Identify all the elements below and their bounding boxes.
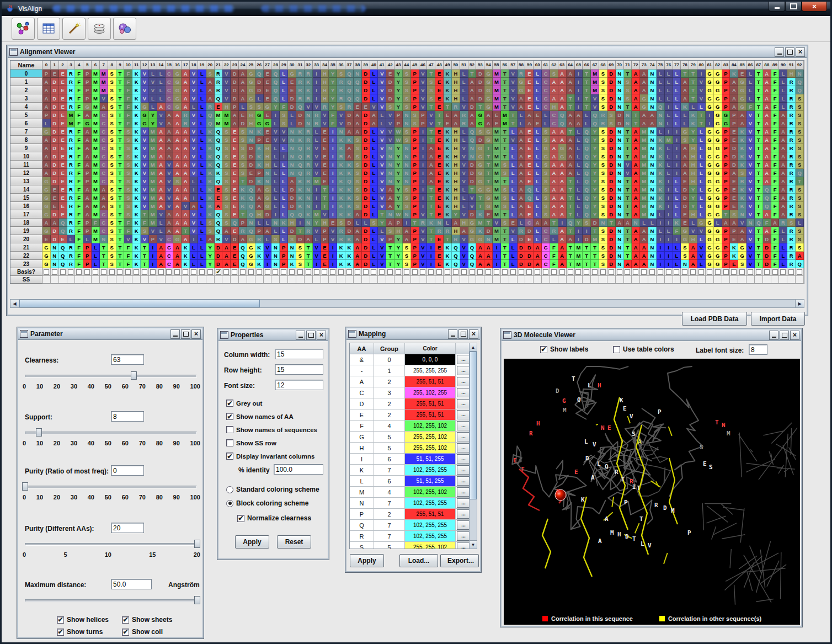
alignment-cell[interactable]: T xyxy=(435,111,444,119)
alignment-cell[interactable]: A xyxy=(763,177,771,185)
basis-checkbox[interactable] xyxy=(313,268,321,276)
alignment-cell[interactable]: R xyxy=(779,219,787,227)
alignment-cell[interactable]: S xyxy=(599,202,607,210)
basis-checkbox[interactable] xyxy=(706,268,714,276)
alignment-cell[interactable]: T xyxy=(468,70,477,78)
color-picker-button[interactable]: ... xyxy=(457,410,471,419)
alignment-cell[interactable]: N xyxy=(648,127,657,136)
alignment-cell[interactable]: A xyxy=(239,70,247,78)
alignment-cell[interactable]: T xyxy=(567,252,575,260)
alignment-cell[interactable]: L xyxy=(280,177,288,185)
alignment-cell[interactable]: L xyxy=(697,177,706,185)
alignment-cell[interactable]: M xyxy=(149,185,157,194)
alignment-cell[interactable]: L xyxy=(673,119,681,127)
alignment-cell[interactable]: A xyxy=(763,119,771,127)
alignment-cell[interactable]: I xyxy=(419,152,428,161)
alignment-cell[interactable]: P xyxy=(722,127,730,136)
alignment-cell[interactable]: A xyxy=(305,235,313,243)
alignment-cell[interactable]: R xyxy=(337,94,345,103)
mapping-aa-cell[interactable]: S xyxy=(350,542,374,549)
alignment-cell[interactable]: A xyxy=(730,169,738,177)
alignment-cell[interactable]: D xyxy=(730,161,738,169)
alignment-cell[interactable]: D xyxy=(51,227,59,235)
alignment-cell[interactable]: V xyxy=(182,202,190,210)
alignment-cell[interactable]: T xyxy=(116,177,125,185)
alignment-cell[interactable]: L xyxy=(575,202,583,210)
alignment-cell[interactable]: Q xyxy=(763,185,771,194)
basis-checkbox[interactable] xyxy=(173,268,182,276)
alignment-cell[interactable]: F xyxy=(329,111,337,119)
alignment-cell[interactable]: A xyxy=(173,169,182,177)
alignment-cell[interactable]: R xyxy=(215,86,223,94)
alignment-cell[interactable]: N xyxy=(288,144,296,152)
alignment-cell[interactable]: E xyxy=(231,152,239,161)
alignment-cell[interactable]: H xyxy=(689,235,697,243)
alignment-cell[interactable]: L xyxy=(271,169,280,177)
alignment-cell[interactable]: D xyxy=(763,235,771,243)
alignment-cell[interactable]: L xyxy=(198,70,206,78)
alignment-cell[interactable]: H xyxy=(452,94,460,103)
alignment-cell[interactable]: V xyxy=(746,185,755,194)
alignment-cell[interactable]: T xyxy=(624,144,632,152)
mapping-aa-cell[interactable]: M xyxy=(350,487,374,498)
alignment-cell[interactable]: R xyxy=(787,127,796,136)
alignment-cell[interactable]: A xyxy=(771,219,780,227)
alignment-cell[interactable]: C xyxy=(166,260,174,268)
alignment-cell[interactable]: D xyxy=(362,94,370,103)
alignment-cell[interactable]: R xyxy=(67,210,76,219)
basis-checkbox[interactable] xyxy=(247,268,255,276)
alignment-cell[interactable]: F xyxy=(124,103,132,111)
alignment-cell[interactable]: D xyxy=(616,111,624,119)
alignment-cell[interactable]: A xyxy=(166,111,174,119)
alignment-cell[interactable]: A xyxy=(730,78,738,86)
alignment-cell[interactable]: E xyxy=(59,161,67,169)
alignment-cell[interactable]: I xyxy=(665,210,673,219)
alignment-cell[interactable]: L xyxy=(378,227,386,235)
support-slider[interactable] xyxy=(25,428,197,437)
alignment-cell[interactable]: D xyxy=(255,86,264,94)
alignment-cell[interactable]: S xyxy=(239,152,247,161)
alignment-cell[interactable]: D xyxy=(518,243,526,252)
alignment-cell[interactable]: D xyxy=(247,144,255,152)
alignment-cell[interactable]: G xyxy=(484,185,493,194)
alignment-cell[interactable]: L xyxy=(697,144,706,152)
alignment-cell[interactable]: I xyxy=(493,260,501,268)
alignment-cell[interactable]: Q xyxy=(271,86,280,94)
alignment-cell[interactable]: A xyxy=(518,161,526,169)
alignment-cell[interactable]: P xyxy=(83,243,92,252)
alignment-cell[interactable]: A xyxy=(542,219,550,227)
alignment-cell[interactable]: Y xyxy=(313,219,321,227)
toolbar-cluster-graph-button[interactable] xyxy=(12,18,35,40)
alignment-cell[interactable]: T xyxy=(116,119,125,127)
alignment-cell[interactable]: V xyxy=(468,194,477,202)
alignment-cell[interactable]: A xyxy=(681,86,689,94)
alignment-cell[interactable]: K xyxy=(215,169,223,177)
mapping-group-cell[interactable]: 7 xyxy=(374,531,405,542)
alignment-cell[interactable]: T xyxy=(755,119,763,127)
alignment-cell[interactable]: K xyxy=(657,144,665,152)
alignment-cell[interactable]: N xyxy=(403,144,411,152)
alignment-cell[interactable]: K xyxy=(132,152,141,161)
alignment-cell[interactable]: V xyxy=(378,152,386,161)
alignment-cell[interactable]: D xyxy=(362,119,370,127)
alignment-cell[interactable]: A xyxy=(345,127,354,136)
color-picker-button[interactable]: ... xyxy=(457,542,471,549)
alignment-cell[interactable]: N xyxy=(247,127,255,136)
alignment-cell[interactable]: M xyxy=(493,227,501,235)
alignment-cell[interactable]: L xyxy=(370,235,378,243)
alignment-cell[interactable]: L xyxy=(534,78,542,86)
alignment-cell[interactable]: G xyxy=(173,235,182,243)
alignment-cell[interactable]: A xyxy=(779,177,787,185)
alignment-cell[interactable]: F xyxy=(771,260,780,268)
alignment-cell[interactable]: G xyxy=(83,103,92,111)
alignment-cell[interactable]: S xyxy=(599,86,607,94)
alignment-cell[interactable]: D xyxy=(607,194,616,202)
alignment-cell[interactable]: R xyxy=(67,78,76,86)
alignment-cell[interactable]: Q xyxy=(468,136,477,144)
slider-thumb[interactable] xyxy=(36,428,42,437)
alignment-cell[interactable]: I xyxy=(149,260,157,268)
alignment-cell[interactable]: L xyxy=(271,152,280,161)
alignment-cell[interactable]: S xyxy=(796,152,804,161)
alignment-cell[interactable]: K xyxy=(337,144,345,152)
alignment-cell[interactable]: N xyxy=(648,252,657,260)
